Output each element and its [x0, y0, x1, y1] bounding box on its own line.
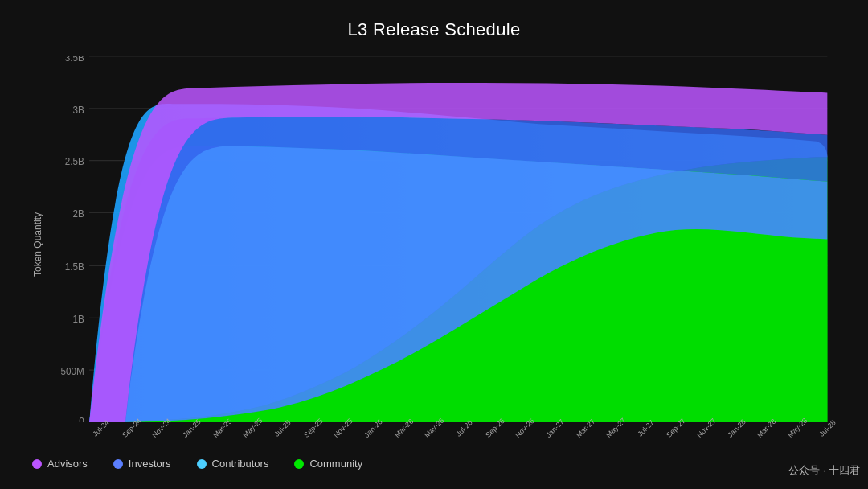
svg-text:3.5B: 3.5B	[65, 56, 84, 64]
legend-item-community: Community	[294, 458, 362, 470]
chart-title: L3 Release Schedule	[348, 19, 521, 40]
svg-text:2B: 2B	[72, 208, 84, 220]
community-dot	[294, 459, 304, 469]
svg-text:2.5B: 2.5B	[65, 156, 84, 167]
main-chart-svg: 3.5B 3B 2.5B 2B 1.5B 1B 500M 0	[48, 56, 836, 422]
advisors-label: Advisors	[47, 458, 88, 470]
chart-container: L3 Release Schedule Token Quantity	[32, 19, 836, 470]
svg-text:1.5B: 1.5B	[65, 261, 84, 273]
svg-text:1B: 1B	[72, 314, 84, 325]
svg-text:500M: 500M	[60, 365, 84, 376]
legend: Advisors Investors Contributors Communit…	[32, 458, 836, 470]
contributors-label: Contributors	[212, 458, 269, 470]
chart-area: Token Quantity	[32, 56, 836, 470]
contributors-dot	[197, 459, 207, 469]
legend-item-advisors: Advisors	[32, 458, 88, 470]
y-axis-label: Token Quantity	[32, 212, 43, 277]
chart-plot-area: 3.5B 3B 2.5B 2B 1.5B 1B 500M 0	[48, 56, 836, 422]
chart-with-axes: 3.5B 3B 2.5B 2B 1.5B 1B 500M 0	[48, 56, 836, 434]
community-label: Community	[309, 458, 362, 470]
advisors-dot	[32, 459, 42, 469]
svg-text:0: 0	[79, 416, 84, 422]
legend-item-contributors: Contributors	[197, 458, 269, 470]
legend-item-investors: Investors	[113, 458, 171, 470]
svg-text:3B: 3B	[72, 104, 84, 115]
watermark: 公众号 · 十四君	[788, 463, 860, 478]
investors-label: Investors	[129, 458, 171, 470]
x-axis-labels: Jul-24 Sep-24 Nov-24 Jan-25 Mar-25 May-2…	[87, 422, 836, 434]
investors-dot	[113, 459, 123, 469]
